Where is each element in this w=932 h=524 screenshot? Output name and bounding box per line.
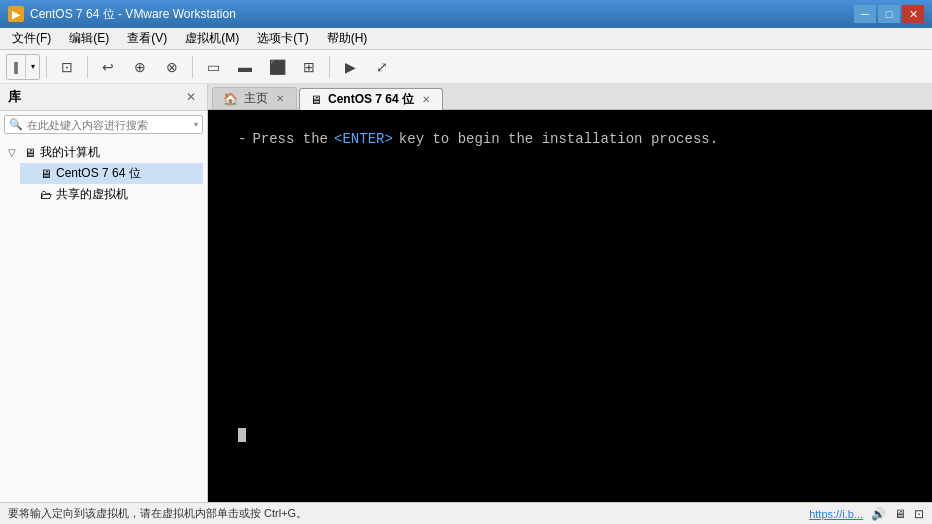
menu-tabs[interactable]: 选项卡(T) xyxy=(249,28,316,49)
menu-view[interactable]: 查看(V) xyxy=(119,28,175,49)
toolbar-btn-10[interactable]: ⤢ xyxy=(368,54,396,80)
toolbar-separator-1 xyxy=(46,56,47,78)
tree-area: ▽ 🖥 我的计算机 🖥 CentOS 7 64 位 🗁 共享的虚拟机 xyxy=(0,138,207,502)
search-input[interactable] xyxy=(27,119,190,131)
menu-vm[interactable]: 虚拟机(M) xyxy=(177,28,247,49)
menu-file[interactable]: 文件(F) xyxy=(4,28,59,49)
vm-text-line: - Press the <ENTER> key to begin the ins… xyxy=(238,130,718,150)
sidebar-close-button[interactable]: ✕ xyxy=(183,89,199,105)
sidebar-search-bar[interactable]: 🔍 ▾ xyxy=(4,115,203,134)
menu-help[interactable]: 帮助(H) xyxy=(319,28,376,49)
vm-display[interactable]: - Press the <ENTER> key to begin the ins… xyxy=(208,110,932,502)
vm-icon: 🖥 xyxy=(38,167,54,181)
menu-edit[interactable]: 编辑(E) xyxy=(61,28,117,49)
tab-vm[interactable]: 🖥 CentOS 7 64 位 ✕ xyxy=(299,88,443,110)
app-icon: ▶ xyxy=(8,6,24,22)
tree-vm-item[interactable]: 🖥 CentOS 7 64 位 xyxy=(20,163,203,184)
home-icon: 🏠 xyxy=(223,92,238,106)
status-icon-3[interactable]: ⊡ xyxy=(914,507,924,521)
toolbar-btn-3[interactable]: ⊕ xyxy=(126,54,154,80)
home-tab-close[interactable]: ✕ xyxy=(274,92,286,105)
vm-tab-close[interactable]: ✕ xyxy=(420,93,432,106)
status-bar: 要将输入定向到该虚拟机，请在虚拟机内部单击或按 Ctrl+G。 https://… xyxy=(0,502,932,524)
vm-key-highlight: <ENTER> xyxy=(334,130,393,150)
vm-label: CentOS 7 64 位 xyxy=(56,165,141,182)
toolbar-btn-5[interactable]: ▭ xyxy=(199,54,227,80)
toolbar-btn-7[interactable]: ⬛ xyxy=(263,54,291,80)
toolbar-separator-4 xyxy=(329,56,330,78)
search-dropdown-icon[interactable]: ▾ xyxy=(194,120,198,129)
close-button[interactable]: ✕ xyxy=(902,5,924,23)
computer-icon: 🖥 xyxy=(22,146,38,160)
maximize-button[interactable]: □ xyxy=(878,5,900,23)
pause-button[interactable]: ‖ xyxy=(7,55,25,79)
toolbar-btn-2[interactable]: ↩ xyxy=(94,54,122,80)
toolbar-btn-9[interactable]: ▶ xyxy=(336,54,364,80)
toolbar-btn-8[interactable]: ⊞ xyxy=(295,54,323,80)
my-computer-label: 我的计算机 xyxy=(40,144,100,161)
status-icon-2[interactable]: 🖥 xyxy=(894,507,906,521)
vm-rest-text: key to begin the installation process. xyxy=(399,130,718,150)
tab-bar: 🏠 主页 ✕ 🖥 CentOS 7 64 位 ✕ xyxy=(208,84,932,110)
vm-tab-icon: 🖥 xyxy=(310,93,322,107)
status-right: https://i.b... 🔊 🖥 ⊡ xyxy=(809,507,924,521)
toolbar-separator-3 xyxy=(192,56,193,78)
home-tab-label: 主页 xyxy=(244,90,268,107)
content-area: 🏠 主页 ✕ 🖥 CentOS 7 64 位 ✕ - Press the <EN… xyxy=(208,84,932,502)
minimize-button[interactable]: ─ xyxy=(854,5,876,23)
vm-tab-label: CentOS 7 64 位 xyxy=(328,91,414,108)
toolbar-separator-2 xyxy=(87,56,88,78)
window-controls: ─ □ ✕ xyxy=(854,5,924,23)
sidebar: 库 ✕ 🔍 ▾ ▽ 🖥 我的计算机 🖥 CentOS 7 64 位 xyxy=(0,84,208,502)
tab-home[interactable]: 🏠 主页 ✕ xyxy=(212,87,297,109)
search-icon: 🔍 xyxy=(9,118,23,131)
status-icon-1[interactable]: 🔊 xyxy=(871,507,886,521)
vm-dash: - xyxy=(238,130,246,150)
toolbar-btn-6[interactable]: ▬ xyxy=(231,54,259,80)
menu-bar: 文件(F) 编辑(E) 查看(V) 虚拟机(M) 选项卡(T) 帮助(H) xyxy=(0,28,932,50)
tree-shared-item[interactable]: 🗁 共享的虚拟机 xyxy=(20,184,203,205)
vm-press-text: Press the xyxy=(252,130,328,150)
toolbar-btn-4[interactable]: ⊗ xyxy=(158,54,186,80)
shared-icon: 🗁 xyxy=(38,188,54,202)
pause-dropdown[interactable]: ▾ xyxy=(25,55,39,79)
status-left-text: 要将输入定向到该虚拟机，请在虚拟机内部单击或按 Ctrl+G。 xyxy=(8,506,809,521)
main-area: 库 ✕ 🔍 ▾ ▽ 🖥 我的计算机 🖥 CentOS 7 64 位 xyxy=(0,84,932,502)
toolbar: ‖ ▾ ⊡ ↩ ⊕ ⊗ ▭ ▬ ⬛ ⊞ ▶ ⤢ xyxy=(0,50,932,84)
toolbar-btn-1[interactable]: ⊡ xyxy=(53,54,81,80)
tree-expand-icon: ▽ xyxy=(4,147,20,158)
tree-my-computer[interactable]: ▽ 🖥 我的计算机 xyxy=(4,142,203,163)
sidebar-header: 库 ✕ xyxy=(0,84,207,111)
window-title: CentOS 7 64 位 - VMware Workstation xyxy=(30,6,848,23)
title-bar: ▶ CentOS 7 64 位 - VMware Workstation ─ □… xyxy=(0,0,932,28)
tree-children: 🖥 CentOS 7 64 位 🗁 共享的虚拟机 xyxy=(4,163,203,205)
shared-label: 共享的虚拟机 xyxy=(56,186,128,203)
status-network-link[interactable]: https://i.b... xyxy=(809,508,863,520)
sidebar-title: 库 xyxy=(8,88,21,106)
pause-group[interactable]: ‖ ▾ xyxy=(6,54,40,80)
pause-icon: ‖ xyxy=(13,60,19,74)
vm-cursor xyxy=(238,428,246,442)
